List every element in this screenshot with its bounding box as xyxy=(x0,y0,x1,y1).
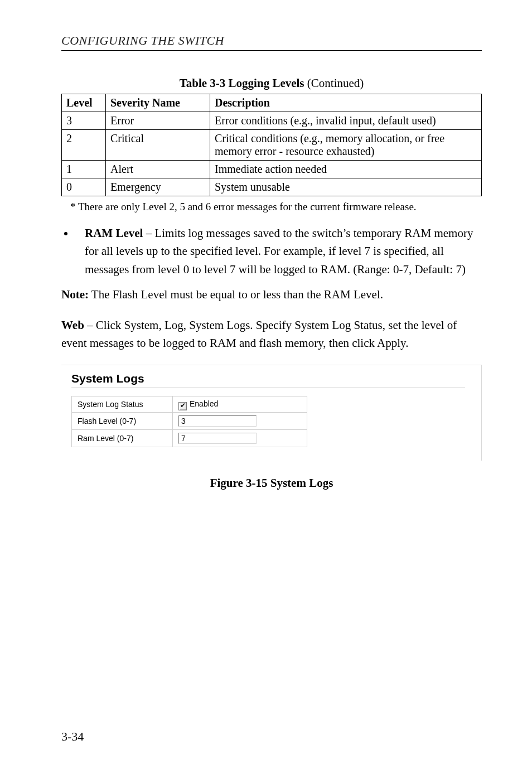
running-head: CONFIGURING THE SWITCH xyxy=(61,33,482,48)
note-body: The Flash Level must be equal to or less… xyxy=(89,288,383,301)
bullet-body: – Limits log messages saved to the switc… xyxy=(85,226,473,276)
table-caption-suffix: (Continued) xyxy=(304,76,364,90)
note-label: Note: xyxy=(61,288,89,301)
cell-level: 2 xyxy=(62,130,106,161)
status-value-cell: ✔Enabled xyxy=(173,396,307,412)
table-caption-title: Table 3-3 Logging Levels xyxy=(180,76,304,90)
ram-level-cell: 7 xyxy=(173,429,307,447)
cell-name: Critical xyxy=(106,130,210,161)
col-name: Severity Name xyxy=(106,94,210,112)
cell-name: Error xyxy=(106,112,210,130)
status-enabled-checkbox[interactable]: ✔ xyxy=(178,402,187,410)
ram-level-input[interactable]: 7 xyxy=(178,433,257,444)
panel-rule xyxy=(71,388,465,388)
status-enabled-label: Enabled xyxy=(190,399,218,408)
table-header-row: Level Severity Name Description xyxy=(62,94,482,112)
table-caption: Table 3-3 Logging Levels (Continued) xyxy=(61,76,482,90)
cell-desc: Immediate action needed xyxy=(210,161,482,178)
status-label: System Log Status xyxy=(72,396,173,412)
col-desc: Description xyxy=(210,94,482,112)
cell-level: 0 xyxy=(62,178,106,196)
form-row-status: System Log Status ✔Enabled xyxy=(72,396,307,412)
cell-name: Alert xyxy=(106,161,210,178)
form-row-ram: Ram Level (0-7) 7 xyxy=(72,429,307,447)
cell-level: 3 xyxy=(62,112,106,130)
note-paragraph: Note: The Flash Level must be equal to o… xyxy=(61,286,482,304)
table-row: 0 Emergency System unusable xyxy=(62,178,482,196)
table-row: 1 Alert Immediate action needed xyxy=(62,161,482,178)
web-label: Web xyxy=(61,318,84,332)
flash-level-label: Flash Level (0-7) xyxy=(72,412,173,429)
cell-name: Emergency xyxy=(106,178,210,196)
ram-level-label: Ram Level (0-7) xyxy=(72,429,173,447)
form-row-flash: Flash Level (0-7) 3 xyxy=(72,412,307,429)
cell-level: 1 xyxy=(62,161,106,178)
web-paragraph: Web – Click System, Log, System Logs. Sp… xyxy=(61,316,482,352)
table-row: 3 Error Error conditions (e.g., invalid … xyxy=(62,112,482,130)
system-logs-form: System Log Status ✔Enabled Flash Level (… xyxy=(71,396,307,447)
cell-desc: System unusable xyxy=(210,178,482,196)
figure-caption: Figure 3-15 System Logs xyxy=(61,476,482,490)
cell-desc: Critical conditions (e.g., memory alloca… xyxy=(210,130,482,161)
list-item: RAM Level – Limits log messages saved to… xyxy=(75,224,482,279)
flash-level-cell: 3 xyxy=(173,412,307,429)
logging-levels-table: Level Severity Name Description 3 Error … xyxy=(61,94,482,196)
system-logs-panel: System Logs System Log Status ✔Enabled F… xyxy=(61,365,482,461)
web-body: – Click System, Log, System Logs. Specif… xyxy=(61,318,457,350)
flash-level-input[interactable]: 3 xyxy=(178,415,257,427)
panel-title: System Logs xyxy=(71,372,481,385)
page-number: 3-34 xyxy=(61,729,84,744)
table-footnote: * There are only Level 2, 5 and 6 error … xyxy=(70,200,482,214)
table-row: 2 Critical Critical conditions (e.g., me… xyxy=(62,130,482,161)
header-rule xyxy=(61,50,482,51)
cell-desc: Error conditions (e.g., invalid input, d… xyxy=(210,112,482,130)
col-level: Level xyxy=(62,94,106,112)
bullet-term: RAM Level xyxy=(85,226,143,240)
